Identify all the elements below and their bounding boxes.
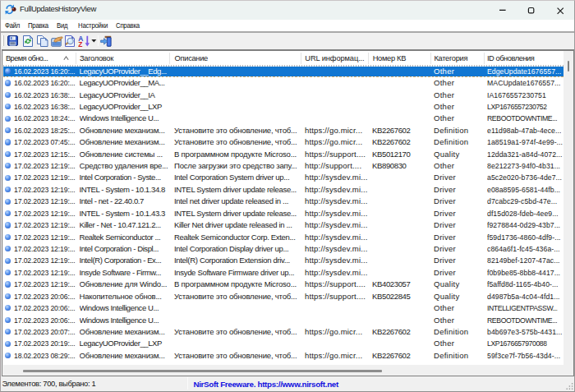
svg-text:Z: Z bbox=[78, 40, 82, 47]
